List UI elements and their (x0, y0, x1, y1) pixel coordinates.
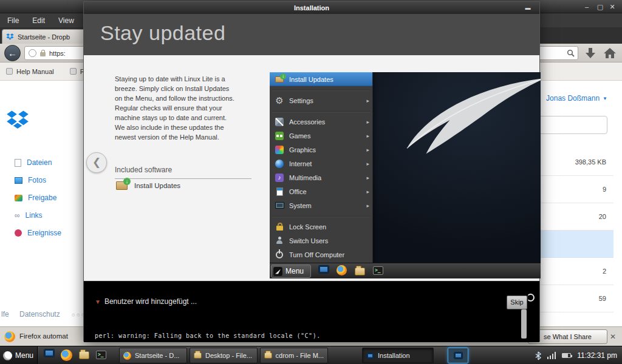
menu-item-install-updates: Install Updates (270, 72, 372, 86)
submenu-arrow-icon: ▸ (366, 161, 369, 167)
search-icon[interactable] (567, 49, 575, 57)
sidebar-item-fotos[interactable]: Fotos (15, 175, 46, 186)
site-identity-icon[interactable] (29, 49, 36, 57)
office-icon (276, 187, 283, 196)
menu-item-label: Lock Screen (289, 223, 326, 231)
internet-globe-icon (275, 160, 284, 168)
file-size: 398,35 KB (575, 149, 606, 176)
footer-link-hilfe[interactable]: lfe (1, 310, 9, 318)
slide-paragraph: Staying up to date with Linux Lite is a … (115, 75, 236, 143)
account-name: Jonas Doßmann (546, 94, 600, 103)
expander-triangle-icon: ▼ (95, 298, 101, 305)
document-icon (15, 159, 21, 167)
maximize-icon[interactable]: ▢ (595, 2, 605, 12)
user-icon (276, 237, 283, 244)
menu-edit[interactable]: Edit (32, 16, 45, 25)
menu-item-accessories: Accessories ▸ (270, 115, 372, 129)
menu-view[interactable]: View (58, 16, 74, 25)
taskbar-window-mini[interactable] (448, 348, 468, 363)
home-icon[interactable] (603, 47, 617, 60)
taskbar-window-cdrom[interactable]: cdrom - File M... (260, 348, 328, 363)
sidebar-label: Links (26, 211, 43, 220)
footer-link-datenschutz[interactable]: Datenschutz (19, 310, 60, 318)
menu-button-label: Menu (285, 267, 304, 275)
menu-item-settings: ⚙ Settings ▸ (270, 93, 372, 107)
ssl-lock-icon (40, 52, 46, 56)
menu-item-label: Settings (289, 97, 313, 104)
sidebar-item-dateien[interactable]: Dateien (15, 157, 52, 168)
file-manager-icon[interactable] (79, 351, 89, 359)
terminal-launcher-icon[interactable]: >_ (96, 351, 106, 359)
download-icon[interactable] (583, 47, 598, 60)
accessories-icon (275, 118, 284, 126)
minimize-icon[interactable]: ▬ (522, 2, 533, 14)
sidebar-item-ereignisse[interactable]: Ereignisse (15, 228, 61, 238)
menu-item-lock-screen: Lock Screen (270, 220, 372, 234)
terminal-scrollbar[interactable] (521, 309, 527, 339)
linux-lite-logo (3, 351, 12, 360)
bluetooth-icon[interactable] (535, 351, 541, 360)
lock-icon (276, 226, 283, 231)
tab-label: Startseite - Dropb (18, 33, 70, 41)
sidebar-label: Ereignisse (27, 229, 61, 237)
bookmark-second[interactable]: F (70, 68, 84, 75)
menu-item-label: Switch Users (289, 237, 328, 244)
network-signal-icon[interactable] (547, 352, 556, 359)
menu-item-label: System (289, 202, 312, 209)
battery-icon[interactable] (562, 353, 571, 358)
submenu-arrow-icon: ▸ (366, 203, 369, 209)
close-icon[interactable]: ✕ (607, 331, 618, 342)
taskbar-window-startseite[interactable]: Startseite - D... (119, 348, 187, 363)
sidebar-item-freigabe[interactable]: Freigabe (15, 192, 56, 203)
menu-item-games: Games ▸ (270, 129, 372, 143)
tab-startseite-dropbox[interactable]: Startseite - Dropb (2, 29, 87, 44)
menu-item-system: System ▸ (270, 198, 372, 212)
back-button[interactable]: ← (4, 45, 21, 61)
taskbar: Menu >_ Startseite - D... Desktop - File… (0, 346, 622, 364)
applications-menu: Install Updates ⚙ Settings ▸ Accessories… (270, 72, 373, 263)
skip-button[interactable]: Skip (507, 295, 527, 309)
firefox-launcher-icon[interactable] (61, 349, 72, 361)
sidebar-item-links[interactable]: ∞ Links (15, 210, 43, 221)
firefox-icon (4, 331, 15, 342)
window-icon (454, 352, 463, 359)
bookmark-help-manual[interactable]: Help Manual (6, 68, 54, 75)
chevron-down-icon: ▼ (603, 96, 607, 101)
taskbar-window-installation[interactable]: Installation (362, 348, 434, 363)
notification-text: Firefox automat (19, 332, 68, 340)
taskbar-window-desktop[interactable]: Desktop - File... (190, 348, 258, 363)
photo-icon (15, 177, 22, 184)
slide-heading: Stay updated (100, 21, 225, 45)
menu-item-label: Internet (289, 160, 312, 167)
sidebar-label: Fotos (28, 176, 46, 184)
progress-expander[interactable]: ▼ Benutzer wird hinzugefügt ... (95, 297, 197, 306)
close-icon[interactable]: ✕ (607, 2, 617, 12)
installer-titlebar[interactable]: Installation ▬ (84, 2, 539, 14)
menu-file[interactable]: File (7, 16, 19, 25)
taskbar-menu-button[interactable]: Menu (0, 346, 38, 364)
menu-screenshot: Install Updates ⚙ Settings ▸ Accessories… (270, 72, 541, 278)
graphics-icon (275, 146, 284, 154)
workspaces-icon[interactable] (44, 349, 55, 357)
back-arrow-icon: ← (8, 48, 17, 58)
submenu-arrow-icon: ▸ (366, 133, 369, 139)
multimedia-icon: ♪ (275, 174, 284, 182)
screenshot-taskbar: Menu >_ (270, 263, 541, 278)
previous-slide-button[interactable]: ❮ (86, 152, 107, 173)
sidebar-label: Dateien (27, 158, 52, 167)
system-monitor-icon (275, 202, 284, 209)
terminal-icon: >_ (373, 266, 383, 275)
installer-icon (366, 352, 374, 359)
window-title: Installation (294, 4, 329, 12)
minimize-icon[interactable]: – (582, 2, 592, 12)
system-tray: 11:32:31 pm (535, 346, 622, 364)
progress-status-text: Benutzer wird hinzugefügt ... (104, 297, 197, 306)
menu-button-label: Menu (15, 351, 33, 360)
menu-button: Menu (271, 265, 311, 278)
account-menu[interactable]: Jonas Doßmann ▼ (546, 94, 607, 103)
folder-icon (355, 268, 365, 275)
folder-icon (194, 352, 202, 359)
install-updates-icon (116, 181, 128, 190)
menu-separator (270, 107, 372, 115)
taskbar-window-label: Installation (378, 352, 410, 359)
